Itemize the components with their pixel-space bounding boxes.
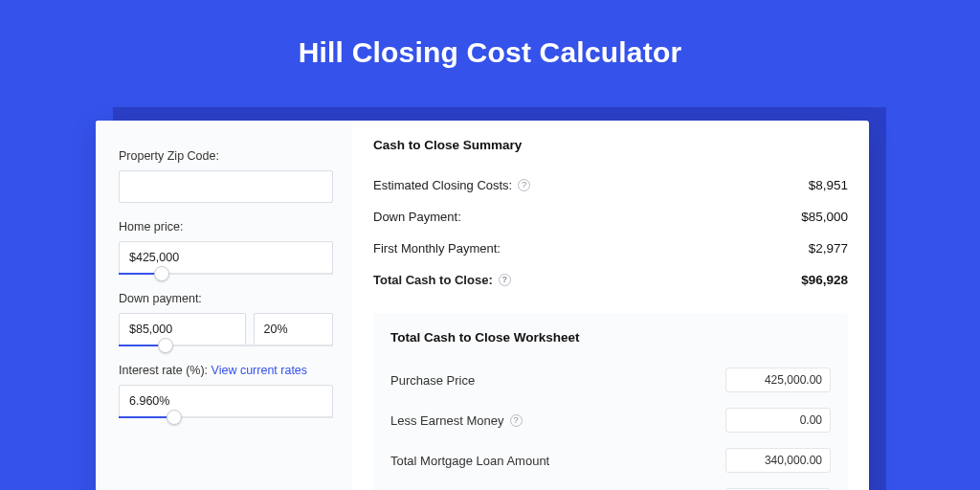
summary-row-label: Total Cash to Close:? (373, 273, 511, 287)
interest-input[interactable] (119, 385, 333, 417)
home-price-field: Home price: (119, 220, 333, 275)
down-payment-slider[interactable] (119, 345, 333, 346)
worksheet-card: Total Cash to Close Worksheet Purchase P… (373, 313, 848, 490)
worksheet-row-label: Purchase Price (390, 373, 475, 388)
worksheet-row: Total Mortgage Loan Amount (390, 440, 831, 480)
summary-row-label: Down Payment: (373, 210, 461, 224)
view-rates-link[interactable]: View current rates (212, 364, 308, 377)
summary-row: Total Cash to Close:?$96,928 (373, 264, 848, 296)
summary-title: Cash to Close Summary (373, 138, 848, 152)
worksheet-row-label: Total Mortgage Loan Amount (390, 454, 549, 468)
summary-row-label: First Monthly Payment: (373, 241, 501, 256)
interest-slider[interactable] (119, 416, 333, 418)
down-payment-label: Down payment: (119, 292, 333, 305)
calculator-panel: Property Zip Code: Home price: Down paym… (96, 121, 869, 490)
summary-row: Estimated Closing Costs:?$8,951 (373, 169, 848, 201)
home-price-slider-thumb[interactable] (154, 266, 169, 281)
summary-row-label: Estimated Closing Costs:? (373, 178, 530, 192)
summary-row-value: $8,951 (809, 178, 848, 192)
worksheet-row-input[interactable] (725, 448, 831, 473)
worksheet-row-label: Less Earnest Money? (390, 413, 523, 428)
summary-row-value: $96,928 (801, 273, 848, 287)
down-payment-input[interactable] (119, 313, 246, 345)
interest-label: Interest rate (%): (119, 364, 212, 377)
summary-row: Down Payment:$85,000 (373, 201, 848, 233)
worksheet-rows: Purchase PriceLess Earnest Money?Total M… (390, 360, 831, 490)
zip-label: Property Zip Code: (119, 149, 333, 163)
worksheet-row: Less Earnest Money? (390, 400, 831, 440)
results-pane: Cash to Close Summary Estimated Closing … (352, 121, 869, 490)
help-icon[interactable]: ? (518, 179, 530, 191)
worksheet-row-input[interactable] (725, 408, 831, 433)
home-price-slider[interactable] (119, 273, 333, 275)
zip-input[interactable] (119, 170, 333, 203)
summary-row: First Monthly Payment:$2,977 (373, 233, 848, 264)
interest-field: Interest rate (%): View current rates (119, 364, 333, 418)
home-price-input[interactable] (119, 241, 333, 274)
interest-slider-thumb[interactable] (167, 410, 182, 425)
worksheet-row: Purchase Price (390, 360, 831, 400)
worksheet-title: Total Cash to Close Worksheet (390, 330, 831, 345)
worksheet-row: Total Second Mortgage Amount? (390, 480, 831, 490)
down-payment-slider-thumb[interactable] (158, 338, 173, 353)
interest-label-row: Interest rate (%): View current rates (119, 364, 307, 377)
home-price-label: Home price: (119, 220, 333, 234)
page-title: Hill Closing Cost Calculator (0, 0, 980, 94)
down-payment-pct-input[interactable] (254, 313, 333, 345)
help-icon[interactable]: ? (499, 274, 511, 286)
zip-field: Property Zip Code: (119, 149, 333, 203)
help-icon[interactable]: ? (510, 414, 523, 427)
summary-row-value: $85,000 (801, 210, 848, 224)
inputs-sidebar: Property Zip Code: Home price: Down paym… (96, 121, 352, 490)
summary-row-value: $2,977 (809, 241, 848, 256)
summary-rows: Estimated Closing Costs:?$8,951Down Paym… (373, 169, 848, 296)
worksheet-row-input[interactable] (725, 368, 831, 392)
down-payment-field: Down payment: (119, 292, 333, 346)
